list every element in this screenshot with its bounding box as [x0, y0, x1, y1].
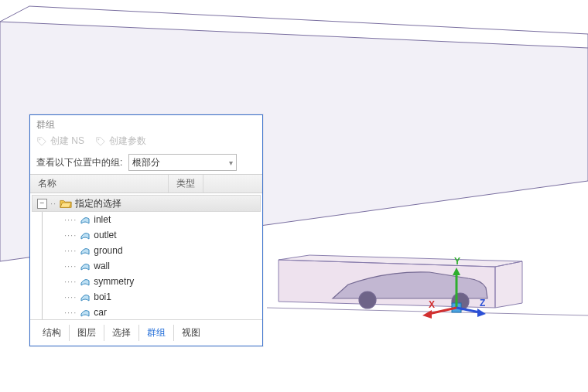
- tree-connector: ····: [64, 215, 77, 224]
- tree-item-label: wall: [94, 261, 110, 271]
- surface-icon: [80, 230, 91, 240]
- tree-item-label: outlet: [94, 230, 116, 240]
- tree-item-car[interactable]: ···· car: [30, 305, 262, 320]
- combo-value: 根部分: [132, 156, 160, 169]
- tree-item-label: symmetry: [94, 276, 134, 287]
- panel-title: 群组: [30, 115, 262, 133]
- surface-icon: [80, 261, 91, 271]
- panel-tabs: 结构 图层 选择 群组 视图: [30, 319, 262, 346]
- groups-panel: 群组 创建 NS 创建参数 查看以下位置中的组: 根部分 ▾ 名称 类型 − ·…: [29, 114, 263, 346]
- create-param-button[interactable]: 创建参数: [95, 135, 146, 148]
- tree-connector: ····: [64, 277, 77, 286]
- tree-item-label: inlet: [94, 214, 111, 225]
- lookup-row: 查看以下位置中的组: 根部分 ▾: [30, 151, 262, 174]
- folder-open-icon: [60, 198, 72, 209]
- tab-layer[interactable]: 图层: [70, 325, 104, 341]
- tree-item-inlet[interactable]: ···· inlet: [30, 212, 262, 227]
- tree-item-label: ground: [94, 245, 122, 256]
- svg-text:X: X: [429, 299, 435, 310]
- location-combo[interactable]: 根部分 ▾: [128, 154, 237, 171]
- surface-icon: [80, 276, 91, 287]
- collapse-icon[interactable]: −: [37, 199, 47, 209]
- tag-icon: [95, 136, 106, 147]
- create-param-label: 创建参数: [109, 135, 146, 148]
- tree-root[interactable]: − ·· 指定的选择: [32, 195, 261, 212]
- surface-icon: [80, 245, 91, 256]
- tree-connector: ····: [64, 246, 77, 255]
- tab-structure[interactable]: 结构: [35, 325, 70, 341]
- svg-point-20: [39, 138, 41, 140]
- svg-text:Z: Z: [480, 298, 485, 308]
- surface-icon: [80, 291, 91, 302]
- grid-header: 名称 类型: [30, 174, 262, 193]
- tree-connector: ··: [50, 199, 56, 208]
- tree-root-label: 指定的选择: [75, 197, 121, 210]
- tree-item-ground[interactable]: ···· ground: [30, 243, 262, 258]
- svg-marker-7: [495, 261, 522, 308]
- tree-connector: ····: [64, 261, 77, 271]
- panel-toolbar: 创建 NS 创建参数: [30, 133, 262, 151]
- chevron-down-icon: ▾: [229, 159, 233, 167]
- tree-connector: ····: [64, 308, 77, 317]
- tree: − ·· 指定的选择 ···· inlet ···· outlet ···· g…: [30, 193, 262, 326]
- create-ns-label: 创建 NS: [50, 135, 84, 148]
- tree-item-boi1[interactable]: ···· boi1: [30, 289, 262, 305]
- tag-icon: [36, 136, 47, 147]
- svg-point-21: [98, 138, 100, 140]
- surface-icon: [80, 307, 91, 318]
- tree-item-label: car: [94, 307, 107, 318]
- surface-icon: [80, 214, 91, 225]
- svg-line-1: [0, 6, 29, 22]
- tree-item-outlet[interactable]: ···· outlet: [30, 227, 262, 243]
- create-ns-button[interactable]: 创建 NS: [36, 135, 84, 148]
- tree-item-label: boi1: [94, 291, 111, 302]
- col-name[interactable]: 名称: [30, 175, 169, 193]
- tab-view[interactable]: 视图: [174, 325, 208, 341]
- tree-connector: ····: [64, 292, 77, 302]
- col-type[interactable]: 类型: [169, 175, 203, 193]
- tree-item-symmetry[interactable]: ···· symmetry: [30, 274, 262, 289]
- svg-text:Y: Y: [454, 256, 460, 267]
- tree-connector: ····: [64, 230, 77, 240]
- svg-point-8: [359, 291, 376, 308]
- tree-item-wall[interactable]: ···· wall: [30, 258, 262, 274]
- tab-group[interactable]: 群组: [139, 325, 174, 341]
- tab-selection[interactable]: 选择: [104, 325, 139, 341]
- lookup-label: 查看以下位置中的组:: [36, 156, 122, 169]
